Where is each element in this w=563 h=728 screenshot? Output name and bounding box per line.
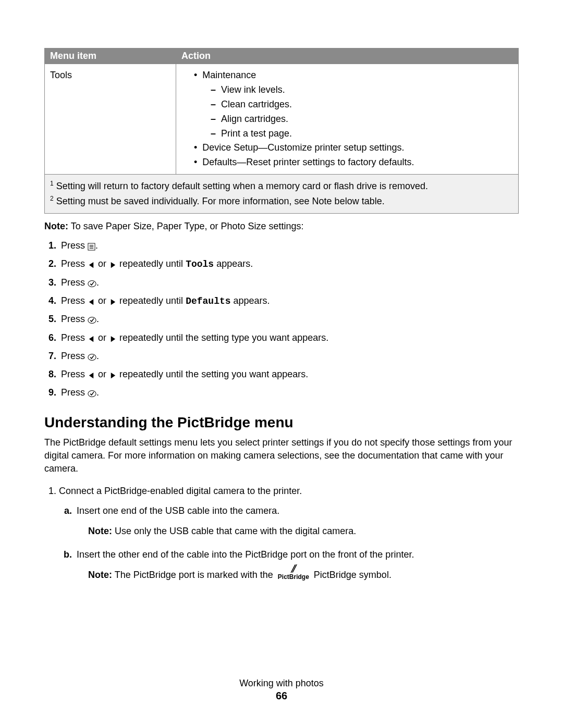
action-sub-item: Align cartridges. <box>211 112 513 127</box>
action-device-setup: Device Setup—Customize printer setup set… <box>194 141 513 155</box>
step-9: Press . <box>59 384 519 402</box>
ok-icon <box>88 349 96 366</box>
steps-list: Press . Press or repeatedly until Tools … <box>44 237 519 403</box>
svg-marker-10 <box>89 336 93 341</box>
svg-marker-4 <box>89 262 93 268</box>
footnote-1: Setting will return to factory default s… <box>56 181 428 191</box>
ok-icon <box>88 275 96 292</box>
pictbridge-icon: ⁄⁄PictBridge <box>278 563 309 580</box>
pict-substep-b: Insert the other end of the cable into t… <box>75 546 519 584</box>
action-sub-item: Print a test page. <box>211 127 513 141</box>
svg-marker-8 <box>111 299 115 305</box>
right-arrow-icon <box>109 256 117 274</box>
svg-marker-7 <box>89 299 93 305</box>
section-heading: Understanding the PictBridge menu <box>44 414 519 431</box>
menu-icon <box>88 238 95 255</box>
svg-marker-14 <box>111 373 115 378</box>
page-footer: Working with photos 66 <box>0 678 563 702</box>
substep-b-note: Note: The PictBridge port is marked with… <box>88 566 519 584</box>
pict-step-1: Connect a PictBridge-enabled digital cam… <box>59 483 519 584</box>
table-footnote-row: 1 Setting will return to factory default… <box>45 175 519 214</box>
left-arrow-icon <box>88 293 95 311</box>
svg-point-9 <box>88 317 96 324</box>
svg-marker-5 <box>111 262 115 268</box>
pictbridge-steps: Connect a PictBridge-enabled digital cam… <box>44 483 519 584</box>
action-maintenance: Maintenance <box>202 70 256 80</box>
substep-a-note: Note: Use only the USB cable that came w… <box>88 523 519 540</box>
intro-paragraph: The PictBridge default settings menu let… <box>44 436 519 476</box>
cell-menu-item: Tools <box>45 64 176 175</box>
step-6: Press or repeatedly until the setting ty… <box>59 329 519 348</box>
footer-section: Working with photos <box>0 678 563 689</box>
ok-icon <box>88 385 96 402</box>
svg-point-15 <box>88 391 96 397</box>
footer-page-number: 66 <box>0 690 563 702</box>
step-3: Press . <box>59 274 519 292</box>
footnote-2: Setting must be saved individually. For … <box>56 196 385 206</box>
ok-icon <box>88 312 96 329</box>
table-row: Tools Maintenance View ink levels. Clean… <box>45 64 519 175</box>
svg-marker-11 <box>111 336 115 341</box>
col-header-menu-item: Menu item <box>45 48 176 64</box>
svg-point-12 <box>88 354 96 360</box>
right-arrow-icon <box>109 330 117 348</box>
right-arrow-icon <box>109 293 117 311</box>
step-1: Press . <box>59 237 519 255</box>
col-header-action: Action <box>176 48 519 64</box>
cell-action: Maintenance View ink levels. Clean cartr… <box>176 64 519 175</box>
menu-table: Menu item Action Tools Maintenance View … <box>44 48 519 214</box>
action-defaults: Defaults—Reset printer settings to facto… <box>194 155 513 170</box>
step-2: Press or repeatedly until Tools appears. <box>59 255 519 274</box>
left-arrow-icon <box>88 256 95 274</box>
left-arrow-icon <box>88 367 95 384</box>
right-arrow-icon <box>109 367 117 384</box>
action-sub-item: Clean cartridges. <box>211 97 513 112</box>
step-4: Press or repeatedly until Defaults appea… <box>59 292 519 311</box>
step-8: Press or repeatedly until the setting yo… <box>59 366 519 384</box>
pict-substep-a: Insert one end of the USB cable into the… <box>75 502 519 540</box>
step-5: Press . <box>59 311 519 329</box>
action-sub-item: View ink levels. <box>211 83 513 97</box>
svg-marker-13 <box>89 373 93 378</box>
left-arrow-icon <box>88 330 95 348</box>
svg-point-6 <box>88 280 96 287</box>
note-intro: Note: To save Paper Size, Paper Type, or… <box>44 221 519 232</box>
step-7: Press . <box>59 348 519 366</box>
